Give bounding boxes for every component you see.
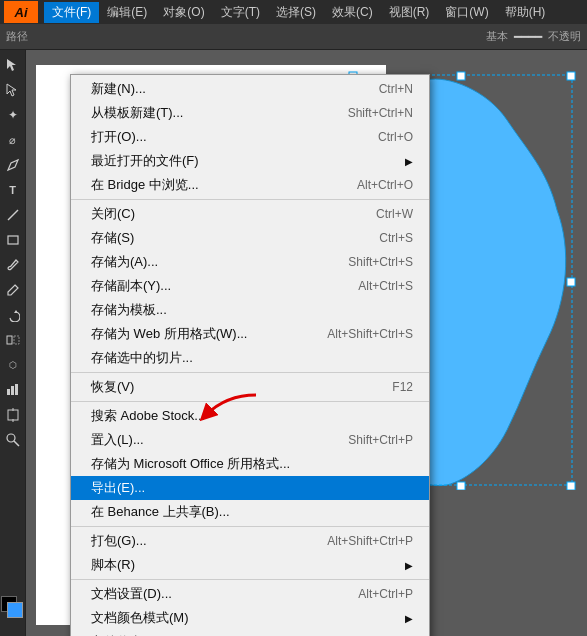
menu-help[interactable]: 帮助(H) [497, 2, 554, 23]
magic-wand-tool[interactable]: ✦ [2, 104, 24, 126]
artboard-tool[interactable] [2, 404, 24, 426]
svg-rect-22 [457, 482, 465, 490]
zoom-tool[interactable] [2, 429, 24, 451]
divider-2 [71, 372, 429, 373]
menu-select[interactable]: 选择(S) [268, 2, 324, 23]
svg-line-14 [14, 441, 19, 446]
rotate-tool[interactable] [2, 304, 24, 326]
menu-item-package[interactable]: 打包(G)... Alt+Shift+Ctrl+P [71, 529, 429, 553]
toolbar-right: 基本 ━━━━ 不透明 [486, 29, 581, 44]
menu-item-search-stock[interactable]: 搜索 Adobe Stock... [71, 404, 429, 428]
lasso-tool[interactable]: ⌀ [2, 129, 24, 151]
file-dropdown-menu: 新建(N)... Ctrl+N 从模板新建(T)... Shift+Ctrl+N… [70, 74, 430, 636]
svg-rect-5 [7, 336, 12, 344]
menu-item-scripts[interactable]: 脚本(R) ▶ [71, 553, 429, 577]
menu-item-new-template[interactable]: 从模板新建(T)... Shift+Ctrl+N [71, 101, 429, 125]
svg-marker-0 [7, 59, 16, 71]
svg-rect-18 [567, 72, 575, 80]
menu-item-open[interactable]: 打开(O)... Ctrl+O [71, 125, 429, 149]
menu-object[interactable]: 对象(O) [155, 2, 212, 23]
color-swatches [1, 596, 25, 632]
menu-item-place[interactable]: 置入(L)... Shift+Ctrl+P [71, 428, 429, 452]
divider-3 [71, 401, 429, 402]
menu-item-file-info[interactable]: 文件信息(I)... Alt+Shift+Ctrl+I [71, 630, 429, 636]
menu-item-save-template[interactable]: 存储为模板... [71, 298, 429, 322]
menu-item-save-selection[interactable]: 存储选中的切片... [71, 346, 429, 370]
menu-item-color-mode[interactable]: 文档颜色模式(M) ▶ [71, 606, 429, 630]
svg-marker-4 [14, 310, 18, 313]
menu-effect[interactable]: 效果(C) [324, 2, 381, 23]
main-area: ✦ ⌀ T ⬡ [0, 50, 587, 636]
divider-1 [71, 199, 429, 200]
menu-item-save-ms[interactable]: 存储为 Microsoft Office 所用格式... [71, 452, 429, 476]
graph-tool[interactable] [2, 379, 24, 401]
reflect-tool[interactable] [2, 329, 24, 351]
menu-items: 文件(F) 编辑(E) 对象(O) 文字(T) 选择(S) 效果(C) 视图(R… [44, 2, 553, 23]
rectangle-tool[interactable] [2, 229, 24, 251]
divider-4 [71, 526, 429, 527]
app-logo: Ai [4, 1, 38, 23]
menu-item-new[interactable]: 新建(N)... Ctrl+N [71, 77, 429, 101]
line-tool[interactable] [2, 204, 24, 226]
menu-view[interactable]: 视图(R) [381, 2, 438, 23]
basic-label: 基本 [486, 29, 508, 44]
opacity-label: 不透明 [548, 29, 581, 44]
menu-file[interactable]: 文件(F) [44, 2, 99, 23]
svg-rect-20 [567, 278, 575, 286]
menu-item-close[interactable]: 关闭(C) Ctrl+W [71, 202, 429, 226]
direct-selection-tool[interactable] [2, 79, 24, 101]
menu-item-share-behance[interactable]: 在 Behance 上共享(B)... [71, 500, 429, 524]
svg-rect-6 [14, 336, 19, 344]
pen-tool[interactable] [2, 154, 24, 176]
svg-rect-9 [15, 384, 18, 395]
svg-rect-10 [8, 410, 18, 420]
options-toolbar: 路径 基本 ━━━━ 不透明 [0, 24, 587, 50]
menu-item-save[interactable]: 存储(S) Ctrl+S [71, 226, 429, 250]
svg-marker-1 [7, 84, 16, 96]
canvas-area: 新建(N)... Ctrl+N 从模板新建(T)... Shift+Ctrl+N… [26, 50, 587, 636]
pencil-tool[interactable] [2, 279, 24, 301]
svg-rect-23 [567, 482, 575, 490]
svg-rect-17 [457, 72, 465, 80]
selection-tool[interactable] [2, 54, 24, 76]
menu-item-doc-settings[interactable]: 文档设置(D)... Alt+Ctrl+P [71, 582, 429, 606]
svg-rect-8 [11, 386, 14, 395]
menu-item-bridge[interactable]: 在 Bridge 中浏览... Alt+Ctrl+O [71, 173, 429, 197]
type-tool[interactable]: T [2, 179, 24, 201]
menu-edit[interactable]: 编辑(E) [99, 2, 155, 23]
menu-text[interactable]: 文字(T) [213, 2, 268, 23]
menu-item-export[interactable]: 导出(E)... [71, 476, 429, 500]
divider-5 [71, 579, 429, 580]
svg-rect-3 [8, 236, 18, 244]
menu-item-recent[interactable]: 最近打开的文件(F) ▶ [71, 149, 429, 173]
menu-item-revert[interactable]: 恢复(V) F12 [71, 375, 429, 399]
svg-rect-7 [7, 389, 10, 395]
fill-color[interactable] [7, 602, 23, 618]
svg-line-2 [8, 210, 18, 220]
menu-item-save-as[interactable]: 存储为(A)... Shift+Ctrl+S [71, 250, 429, 274]
blend-tool[interactable]: ⬡ [2, 354, 24, 376]
menu-item-save-copy[interactable]: 存储副本(Y)... Alt+Ctrl+S [71, 274, 429, 298]
toolbox: ✦ ⌀ T ⬡ [0, 50, 26, 636]
menubar: Ai 文件(F) 编辑(E) 对象(O) 文字(T) 选择(S) 效果(C) 视… [0, 0, 587, 24]
menu-window[interactable]: 窗口(W) [437, 2, 496, 23]
paintbrush-tool[interactable] [2, 254, 24, 276]
menu-item-save-web[interactable]: 存储为 Web 所用格式(W)... Alt+Shift+Ctrl+S [71, 322, 429, 346]
svg-point-13 [7, 434, 15, 442]
path-label: 路径 [6, 29, 28, 44]
file-menu-list: 新建(N)... Ctrl+N 从模板新建(T)... Shift+Ctrl+N… [71, 75, 429, 636]
line-decoration: ━━━━ [514, 30, 542, 44]
